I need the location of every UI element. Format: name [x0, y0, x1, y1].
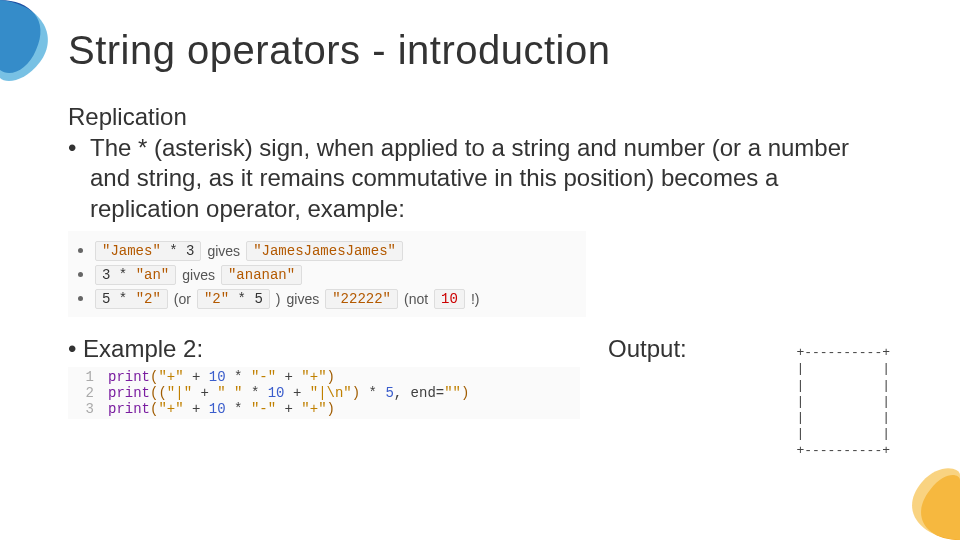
bullet-icon — [78, 272, 83, 277]
section-heading: Replication — [68, 103, 892, 131]
example2-label: • Example 2: — [68, 335, 598, 363]
example-row-3: 5 * "2" (or "2" * 5 ) gives "22222" (not… — [78, 289, 578, 309]
output-label: Output: — [608, 335, 687, 363]
code-line-2: 2 print(("|" + " " * 10 + "|\n") * 5, en… — [74, 385, 574, 401]
code-block: 1 print("+" + 10 * "-" + "+") 2 print(("… — [68, 367, 580, 419]
code-line-3: 3 print("+" + 10 * "-" + "+") — [74, 401, 574, 417]
bullet-icon — [78, 248, 83, 253]
bullet-replication: • The * (asterisk) sign, when applied to… — [68, 133, 892, 225]
examples-box: "James" * 3 gives "JamesJamesJames" 3 * … — [68, 231, 586, 317]
bullet-icon — [78, 296, 83, 301]
output-box: +----------+ | | | | | | | | | | +------… — [796, 345, 890, 459]
example-row-2: 3 * "an" gives "ananan" — [78, 265, 578, 285]
slide-title: String operators - introduction — [68, 28, 892, 73]
bullet-text: The * (asterisk) sign, when applied to a… — [90, 133, 892, 225]
code-line-1: 1 print("+" + 10 * "-" + "+") — [74, 369, 574, 385]
example-row-1: "James" * 3 gives "JamesJamesJames" — [78, 241, 578, 261]
